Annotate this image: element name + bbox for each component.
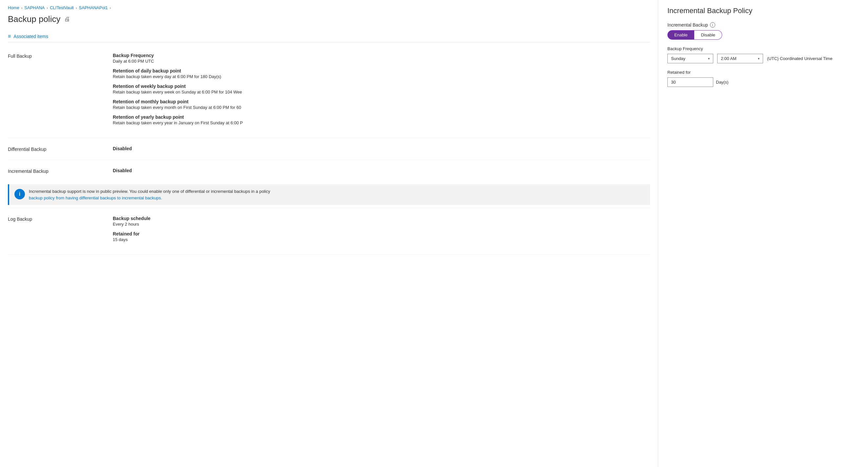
breadcrumb-sep-1: › <box>21 6 23 10</box>
left-panel: Home › SAPHANA › CLITestVault › SAPHANAP… <box>0 0 658 467</box>
log-backup-schedule-value: Every 2 hours <box>113 222 650 227</box>
daily-retention-row: Retention of daily backup point Retain b… <box>113 68 650 79</box>
info-text-main: Incremental backup support is now in pub… <box>29 189 270 194</box>
retained-for-label: Retained for <box>668 70 859 75</box>
backup-frequency-field-label: Backup Frequency <box>668 46 859 51</box>
info-link[interactable]: backup policy from having differential b… <box>29 196 162 200</box>
dropdowns-row: Sunday ▾ 2:00 AM ▾ (UTC) Coordinated Uni… <box>668 54 859 63</box>
breadcrumb-sep-3: › <box>76 6 77 10</box>
list-icon: ≡ <box>8 33 11 39</box>
yearly-retention-row: Retention of yearly backup point Retain … <box>113 114 650 125</box>
full-backup-content: Backup Frequency Daily at 6:00 PM UTC Re… <box>113 53 650 130</box>
log-backup-label: Log Backup <box>8 216 113 246</box>
incremental-backup-label-row: Incremental Backup i <box>668 22 859 28</box>
panel-title: Incremental Backup Policy <box>668 6 859 15</box>
breadcrumb-home[interactable]: Home <box>8 5 19 10</box>
associated-items-button[interactable]: ≡ Associated items <box>8 31 650 42</box>
differential-disabled-label: Disabled <box>113 146 650 151</box>
time-dropdown-value: 2:00 AM <box>721 56 737 61</box>
backup-frequency-title: Backup Frequency <box>113 53 650 58</box>
retained-row: Retained for Day(s) <box>668 70 859 87</box>
log-backup-schedule-title: Backup schedule <box>113 216 650 221</box>
incremental-backup-info-icon[interactable]: i <box>710 22 715 28</box>
yearly-retention-title: Retention of yearly backup point <box>113 114 650 120</box>
differential-backup-section: Differential Backup Disabled <box>8 138 650 160</box>
incremental-disabled-label: Disabled <box>113 168 650 173</box>
time-dropdown[interactable]: 2:00 AM ▾ <box>717 54 763 63</box>
page-title-row: Backup policy 🖨 <box>8 14 650 24</box>
info-banner: i Incremental backup support is now in p… <box>8 184 650 205</box>
log-backup-retention-title: Retained for <box>113 231 650 236</box>
incremental-backup-field-label: Incremental Backup <box>668 22 708 28</box>
weekly-retention-row: Retention of weekly backup point Retain … <box>113 84 650 94</box>
weekly-retention-value: Retain backup taken every week on Sunday… <box>113 90 650 94</box>
yearly-retention-value: Retain backup taken every year in Januar… <box>113 120 650 125</box>
right-panel: Incremental Backup Policy Incremental Ba… <box>658 0 868 467</box>
incremental-backup-section: Incremental Backup Disabled <box>8 160 650 182</box>
disable-toggle-button[interactable]: Disable <box>694 30 722 40</box>
backup-frequency-row: Backup Frequency Daily at 6:00 PM UTC <box>113 53 650 64</box>
daily-retention-title: Retention of daily backup point <box>113 68 650 74</box>
info-text: Incremental backup support is now in pub… <box>29 188 270 201</box>
associated-items-label: Associated items <box>13 34 48 39</box>
log-backup-section: Log Backup Backup schedule Every 2 hours… <box>8 208 650 255</box>
log-backup-content: Backup schedule Every 2 hours Retained f… <box>113 216 650 246</box>
incremental-backup-content: Disabled <box>113 168 650 174</box>
print-icon[interactable]: 🖨 <box>64 16 70 23</box>
enable-toggle-button[interactable]: Enable <box>668 30 694 40</box>
weekly-retention-title: Retention of weekly backup point <box>113 84 650 89</box>
differential-backup-label: Differential Backup <box>8 146 113 152</box>
breadcrumb-saphana[interactable]: SAPHANA <box>24 5 44 10</box>
toggle-group: Enable Disable <box>668 30 859 40</box>
info-icon: i <box>14 189 25 199</box>
log-backup-retention-row: Retained for 15 days <box>113 231 650 242</box>
log-backup-schedule-row: Backup schedule Every 2 hours <box>113 216 650 227</box>
backup-frequency-value: Daily at 6:00 PM UTC <box>113 59 650 64</box>
breadcrumb: Home › SAPHANA › CLITestVault › SAPHANAP… <box>8 5 650 10</box>
day-dropdown[interactable]: Sunday ▾ <box>668 54 713 63</box>
day-dropdown-value: Sunday <box>671 56 685 61</box>
incremental-backup-label: Incremental Backup <box>8 168 113 174</box>
days-label: Day(s) <box>716 80 728 85</box>
breadcrumb-sep-4: › <box>110 6 111 10</box>
day-dropdown-chevron-icon: ▾ <box>708 57 710 60</box>
daily-retention-value: Retain backup taken every day at 6:00 PM… <box>113 74 650 79</box>
breadcrumb-policy[interactable]: SAPHANAPol1 <box>79 5 108 10</box>
incremental-backup-toggle-row: Incremental Backup i Enable Disable <box>668 22 859 40</box>
retained-days-input[interactable] <box>668 78 713 87</box>
monthly-retention-title: Retention of monthly backup point <box>113 99 650 104</box>
full-backup-section: Full Backup Backup Frequency Daily at 6:… <box>8 45 650 138</box>
full-backup-label: Full Backup <box>8 53 113 130</box>
page-title: Backup policy <box>8 14 60 24</box>
monthly-retention-value: Retain backup taken every month on First… <box>113 105 650 110</box>
monthly-retention-row: Retention of monthly backup point Retain… <box>113 99 650 110</box>
timezone-label: (UTC) Coordinated Universal Time <box>767 56 832 61</box>
log-backup-retention-value: 15 days <box>113 237 650 242</box>
time-dropdown-chevron-icon: ▾ <box>758 57 760 60</box>
differential-backup-content: Disabled <box>113 146 650 152</box>
retained-input-row: Day(s) <box>668 78 859 87</box>
breadcrumb-sep-2: › <box>47 6 48 10</box>
breadcrumb-vault[interactable]: CLITestVault <box>50 5 74 10</box>
